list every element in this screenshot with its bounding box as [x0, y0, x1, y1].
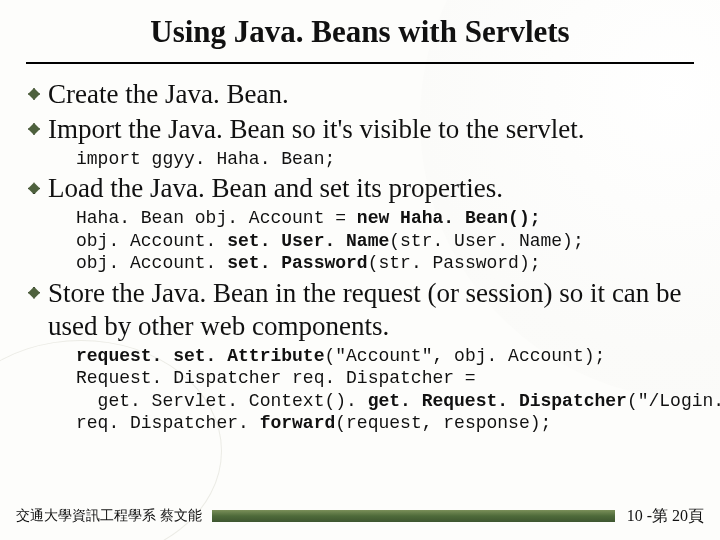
- list-item: Create the Java. Bean.: [26, 78, 694, 111]
- item-text: Load the Java. Bean and set its properti…: [48, 172, 694, 205]
- code-block: import ggyy. Haha. Bean;: [48, 148, 694, 171]
- diamond-bullet-icon: [28, 123, 40, 135]
- diamond-bullet-icon: [28, 182, 40, 194]
- list-item: Store the Java. Bean in the request (or …: [26, 277, 694, 435]
- item-text: Import the Java. Bean so it's visible to…: [48, 113, 694, 146]
- slide-title: Using Java. Beans with Servlets: [26, 14, 694, 64]
- list-item: Load the Java. Bean and set its properti…: [26, 172, 694, 274]
- item-text: Store the Java. Bean in the request (or …: [48, 277, 694, 343]
- diamond-bullet-icon: [28, 88, 40, 100]
- diamond-bullet-icon: [28, 287, 40, 299]
- item-text: Create the Java. Bean.: [48, 78, 694, 111]
- code-block: request. set. Attribute("Account", obj. …: [48, 345, 694, 435]
- slide: Using Java. Beans with Servlets Create t…: [0, 0, 720, 540]
- list-item: Import the Java. Bean so it's visible to…: [26, 113, 694, 170]
- bullet-list: Create the Java. Bean. Import the Java. …: [26, 78, 694, 435]
- code-block: Haha. Bean obj. Account = new Haha. Bean…: [48, 207, 694, 275]
